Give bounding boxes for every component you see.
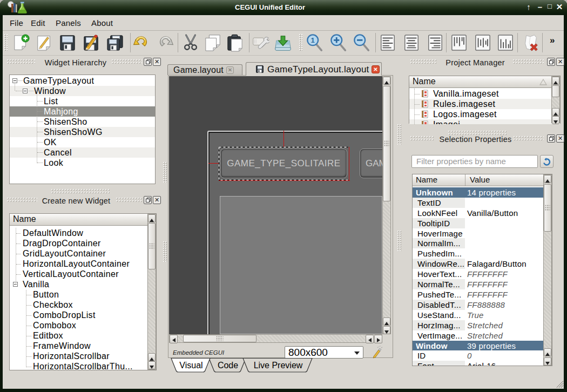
- svg-text:Code: Code: [218, 361, 238, 370]
- svg-text:Visual: Visual: [179, 361, 202, 370]
- svg-text:1: 1: [311, 36, 315, 44]
- svg-text:Live Preview: Live Preview: [254, 361, 303, 370]
